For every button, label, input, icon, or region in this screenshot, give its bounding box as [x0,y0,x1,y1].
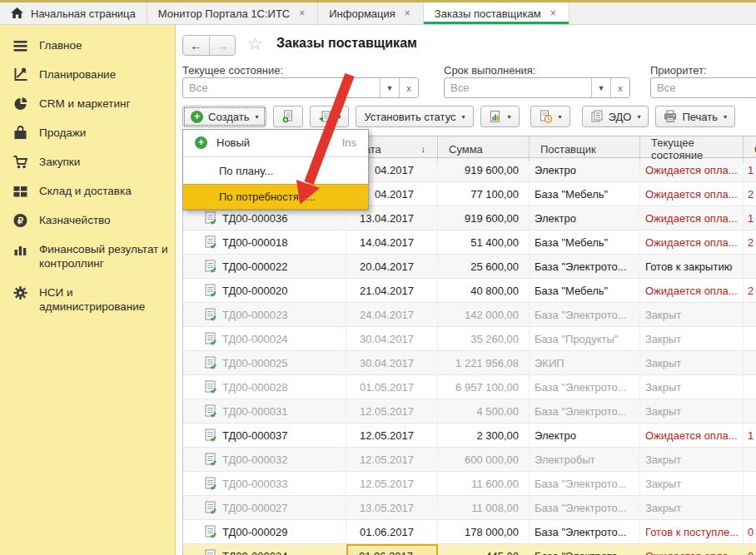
shortcut-hint: Ins [342,136,356,149]
column-header-term[interactable]: С [744,136,756,161]
cell-sum: 1 221 956,08 [438,351,530,374]
table-row[interactable]: ТД00-000031 12.05.2017 4 500,00 База "Эл… [183,399,756,424]
menu-item-by-plan[interactable]: По плану... [183,158,368,184]
sidebar-item-main[interactable]: Главное [0,32,175,61]
cell-term [744,448,756,471]
column-header-supplier[interactable]: Поставщик [530,136,640,161]
sidebar-item-nsi-administration[interactable]: НСИ и администрирование [0,279,175,322]
create-based-on-button[interactable]: ▾ [310,106,349,127]
edo-button[interactable]: ЭДО ▾ [582,106,649,127]
sidebar-item-purchases[interactable]: Закупки [0,148,175,177]
table-row[interactable]: ТД00-000033 12.05.2017 11 600,00 База "Э… [183,472,756,496]
cell-state: Ожидается опла... [640,230,744,254]
cell-state: Закрыт [640,375,744,399]
table-row[interactable]: ТД00-000018 14.04.2017 51 400,00 База "М… [183,230,756,255]
sidebar-item-sales[interactable]: Продажи [0,119,175,148]
document-check-icon [205,453,216,466]
report-chart-icon [489,110,502,123]
clear-icon[interactable]: x [610,78,629,97]
print-button[interactable]: Печать ▾ [655,106,735,127]
reports-button[interactable]: ▾ [480,106,520,127]
column-header-sum[interactable]: Сумма [438,136,530,161]
chevron-down-icon: ▾ [637,113,640,121]
cell-term: 2 [744,279,756,302]
cell-term [744,399,756,423]
chevron-down-icon[interactable]: ▼ [591,78,610,97]
cell-state: Ожидается опла... [640,182,744,206]
tab-home[interactable]: Начальная страница [0,2,147,24]
table-row[interactable]: ТД00-000022 20.04.2017 25 600,00 База "Э… [183,255,756,279]
clear-icon[interactable]: x [399,78,418,97]
filter-priority-input[interactable]: Все [650,77,756,98]
tasks-button[interactable]: ▾ [530,106,570,127]
print-label: Печать [682,111,718,123]
chevron-down-icon[interactable]: ▼ [380,78,399,97]
back-button[interactable]: ← [183,36,209,55]
table-row[interactable]: ТД00-000034 01.06.2017 445,00 База "Элек… [183,544,756,555]
filter-value: Все [445,78,591,97]
document-check-icon [205,549,216,555]
cell-supplier: База "Мебель" [530,279,640,302]
favorite-star-icon[interactable]: ☆ [247,34,263,54]
sidebar-item-treasury[interactable]: ₽ Казначейство [0,206,175,235]
forward-button[interactable]: → [209,36,235,55]
create-button[interactable]: + Создать ▾ [182,106,266,127]
filter-due-date-input[interactable]: Все ▼ x [444,77,630,98]
set-status-button[interactable]: Установить статус ▾ [356,106,473,127]
cell-sum: 4 500,00 [438,399,530,423]
document-check-icon [205,477,216,490]
cell-state: Ожидается опла... [640,206,744,230]
tab-supplier-orders[interactable]: Заказы поставщикам × [424,2,569,24]
cell-sum: 11 008,00 [438,496,530,519]
cell-state: Закрыт [640,472,744,495]
cell-sum: 919 600,00 [438,206,530,230]
cell-date: 01.06.2017 [346,544,438,555]
printer-icon [664,110,677,123]
create-copy-button[interactable] [273,106,303,127]
sort-descending-icon: ↓ [421,144,426,154]
cell-state: Ожидается опла... [640,158,744,181]
document-check-icon [205,260,216,273]
cell-date: 12.05.2017 [346,448,438,471]
sidebar-item-warehouse[interactable]: Склад и доставка [0,177,175,206]
table-row[interactable]: ТД00-000028 01.05.2017 6 957 100,00 База… [183,375,756,399]
close-icon[interactable]: × [403,7,412,19]
document-check-icon [205,284,216,297]
table-row[interactable]: ТД00-000023 24.04.2017 142 000,00 База "… [183,303,756,327]
tab-bar: Начальная страница Монитор Портала 1С:ИТ… [0,2,756,25]
column-header-state[interactable]: Текущее состояние [640,136,744,161]
sidebar-item-financial-result[interactable]: Финансовый результат и контроллинг [0,235,175,279]
document-check-icon [205,380,216,394]
close-icon[interactable]: × [549,7,558,19]
table-row[interactable]: ТД00-000020 21.04.2017 40 800,00 База "М… [183,279,756,303]
cell-supplier: ЭКИП [530,351,640,374]
sidebar-item-crm[interactable]: CRM и маркетинг [0,90,175,119]
cell-supplier: Электробыт [530,448,640,471]
close-icon[interactable]: × [297,7,306,19]
cell-sum: 51 400,00 [438,230,530,254]
sidebar-item-label: НСИ и администрирование [39,286,168,315]
tab-label: Начальная страница [31,7,136,20]
cell-term [744,496,756,519]
cell-supplier: База "Электрото... [530,496,640,519]
table-row[interactable]: ТД00-000037 12.05.2017 2 300,00 Электро … [183,424,756,448]
tab-monitor-portal[interactable]: Монитор Портала 1С:ИТС × [147,2,318,24]
sidebar-item-label: Склад и доставка [39,185,132,199]
cell-sum: 35 260,00 [438,327,530,350]
document-plus-icon [281,110,295,123]
table-row[interactable]: ТД00-000025 30.04.2017 1 221 956,08 ЭКИП… [183,351,756,375]
cell-term [744,375,756,399]
cell-number: ТД00-000032 [183,448,346,471]
home-icon [11,7,23,19]
menu-item-by-needs[interactable]: По потребностям... [183,184,368,210]
sidebar-item-planning[interactable]: Планирование [0,61,175,90]
table-row[interactable]: ТД00-000027 13.05.2017 11 008,00 База "Э… [183,496,756,520]
cell-sum: 6 957 100,00 [438,375,530,399]
table-row[interactable]: ТД00-000024 30.04.2017 35 260,00 База "П… [183,327,756,351]
table-row[interactable]: ТД00-000032 12.05.2017 600 000,00 Электр… [183,448,756,472]
menu-item-new[interactable]: + Новый Ins [183,130,368,156]
tab-information[interactable]: Информация × [318,2,424,24]
filter-current-state-input[interactable]: Все ▼ x [182,77,419,98]
table-row[interactable]: ТД00-000029 01.06.2017 178 000,00 База "… [183,520,756,544]
cell-number: ТД00-000020 [183,279,346,302]
